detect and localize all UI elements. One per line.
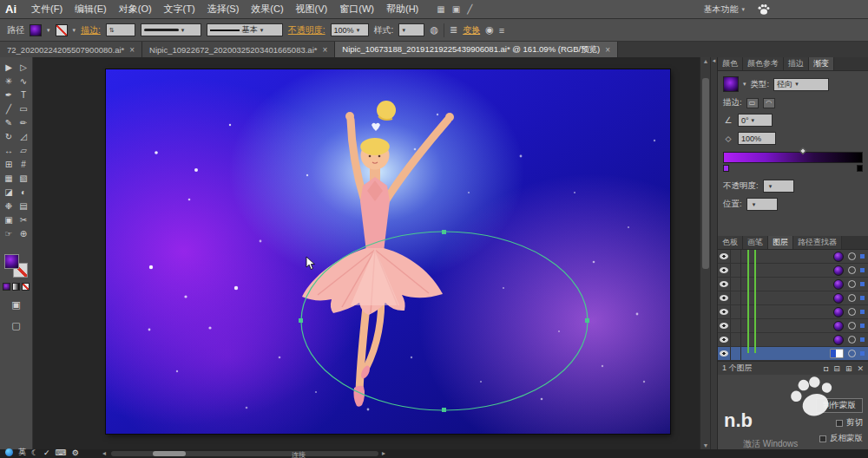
recolor-artwork-icon[interactable]: ◍ [430, 24, 438, 36]
menu-item[interactable]: 对象(O) [113, 3, 158, 16]
rotate-tool[interactable]: ↻ [2, 129, 16, 143]
column-graph-tool[interactable]: ▤ [16, 199, 31, 213]
blend-tool[interactable]: ◐ [16, 185, 31, 199]
gradient-opacity-field[interactable]: ▾ [763, 180, 794, 193]
layer-row[interactable] [718, 278, 868, 291]
hand-tool[interactable]: ☞ [2, 226, 16, 240]
selection-tool[interactable]: ▶ [2, 60, 16, 74]
menu-item[interactable]: 编辑(E) [69, 3, 113, 16]
panel-tab[interactable]: 路径查找器 [793, 236, 842, 249]
panel-options-icon[interactable]: ≡ [499, 25, 504, 36]
zoom-tool[interactable]: ⊕ [16, 226, 31, 240]
width-tool[interactable]: ↔ [2, 143, 16, 157]
delete-layer-icon[interactable]: ✕ [857, 364, 864, 373]
close-icon[interactable]: × [129, 45, 135, 55]
layout-icon[interactable]: ▦ [437, 4, 444, 14]
vertical-scrollbar[interactable]: ▲ ▼ [700, 57, 710, 449]
visibility-cell[interactable] [718, 264, 731, 277]
target-circle-icon[interactable] [848, 294, 856, 302]
layer-row[interactable] [718, 305, 868, 319]
gradient-tool[interactable]: ▧ [16, 171, 31, 185]
layer-row[interactable] [718, 291, 868, 305]
width-profile-select[interactable]: ▾ [141, 23, 201, 36]
artboard-tool[interactable]: ▣ [2, 213, 16, 226]
close-icon[interactable]: × [322, 45, 327, 55]
chevron-down-icon[interactable]: ▾ [73, 27, 76, 34]
perspective-grid-tool[interactable]: # [16, 157, 31, 171]
gradient-button[interactable] [12, 283, 20, 291]
opacity-link[interactable]: 不透明度: [288, 24, 326, 36]
layer-row[interactable] [718, 319, 868, 333]
document-tab[interactable]: Nipic_10922672_20200325203401665083.ai*× [142, 42, 335, 57]
target-circle-icon[interactable] [848, 280, 856, 288]
magic-wand-tool[interactable]: ✳ [2, 74, 16, 88]
lasso-tool[interactable]: ∿ [16, 74, 31, 88]
keyboard-icon[interactable]: ⌨ [56, 448, 67, 457]
paintbrush-tool[interactable]: ✎ [2, 115, 16, 129]
new-layer-icon[interactable]: ⊞ [845, 364, 852, 373]
layer-row[interactable] [718, 333, 868, 347]
lock-cell[interactable] [731, 333, 741, 346]
stroke-panel-link[interactable]: 描边: [81, 24, 101, 36]
target-circle-icon[interactable] [848, 350, 856, 357]
opacity-field[interactable]: 100%▾ [331, 23, 369, 36]
lock-cell[interactable] [731, 347, 741, 360]
target-circle-icon[interactable] [848, 322, 856, 330]
lock-cell[interactable] [731, 250, 741, 263]
eyedropper-tool[interactable]: ◪ [2, 185, 16, 199]
panel-tab[interactable]: 颜色 [718, 57, 743, 70]
chevron-down-icon[interactable]: ▾ [47, 27, 50, 34]
panel-tab[interactable]: 描边 [784, 57, 809, 70]
layer-row[interactable] [718, 347, 868, 361]
color-button[interactable] [3, 283, 10, 291]
document-tab[interactable]: Nipic_10673188_20191219225439906081.ai* … [335, 42, 618, 57]
transform-link[interactable]: 变换 [463, 24, 480, 36]
rectangle-tool[interactable]: ▭ [16, 101, 31, 115]
panel-tab[interactable]: 图层 [768, 236, 793, 249]
canvas-area[interactable] [33, 57, 700, 449]
line-segment-tool[interactable]: ╱ [2, 101, 16, 115]
gradient-ramp[interactable] [723, 152, 863, 163]
visibility-cell[interactable] [718, 333, 731, 346]
lock-cell[interactable] [731, 319, 741, 332]
pencil-tool[interactable]: ✏ [16, 115, 31, 129]
stroke-gradient-along-icon[interactable]: ◠ [763, 98, 775, 108]
stroke-gradient-within-icon[interactable]: ▭ [746, 98, 759, 108]
scroll-right-icon[interactable]: ▸ [382, 449, 385, 457]
stroke-weight-field[interactable]: ⇅ [106, 23, 135, 36]
scroll-left-icon[interactable]: ◂ [102, 449, 106, 457]
visibility-cell[interactable] [718, 250, 731, 263]
align-icon[interactable]: ≣ [450, 24, 457, 36]
ime-logo-icon[interactable] [5, 448, 13, 456]
stroke-color-swatch[interactable] [56, 24, 68, 36]
make-mask-button[interactable]: 制作蒙版 [816, 398, 863, 413]
arrange-documents-icon[interactable]: ▣ [452, 4, 460, 14]
menu-item[interactable]: 窗口(W) [333, 3, 380, 16]
menu-item[interactable]: 选择(S) [201, 3, 246, 16]
fill-color-swatch[interactable] [30, 24, 42, 36]
isolate-icon[interactable]: ◉ [485, 24, 494, 36]
lock-cell[interactable] [731, 291, 741, 304]
gradient-slider[interactable] [723, 152, 863, 174]
visibility-cell[interactable] [718, 291, 731, 304]
check-icon[interactable]: ✓ [43, 448, 50, 457]
scroll-up-icon[interactable]: ▲ [700, 58, 711, 64]
pen-tool[interactable]: ✒ [2, 88, 16, 101]
invert-mask-checkbox[interactable] [819, 435, 826, 442]
settings-gear-icon[interactable]: ⚙ [72, 448, 79, 457]
gradient-aspect-field[interactable]: 100% [738, 132, 776, 145]
lock-cell[interactable] [731, 305, 741, 318]
layer-row[interactable] [718, 250, 868, 264]
workspace-switcher[interactable]: 基本功能 ▾ [703, 3, 745, 16]
screen-mode-icon[interactable]: ▢ [11, 320, 20, 330]
visibility-cell[interactable] [718, 305, 731, 318]
horizontal-scrollbar[interactable] [111, 451, 378, 456]
spinner-icon[interactable]: ⇅ [109, 27, 115, 34]
new-sublayer-icon[interactable]: ⊟ [833, 364, 840, 373]
scrollbar-thumb[interactable] [153, 451, 186, 456]
slice-tool[interactable]: ✂ [16, 213, 31, 226]
menu-item[interactable]: 视图(V) [290, 3, 334, 16]
panel-tab[interactable]: 渐变 [809, 57, 834, 70]
draw-mode-icon[interactable]: ▣ [11, 299, 20, 310]
close-icon[interactable]: × [605, 45, 610, 55]
